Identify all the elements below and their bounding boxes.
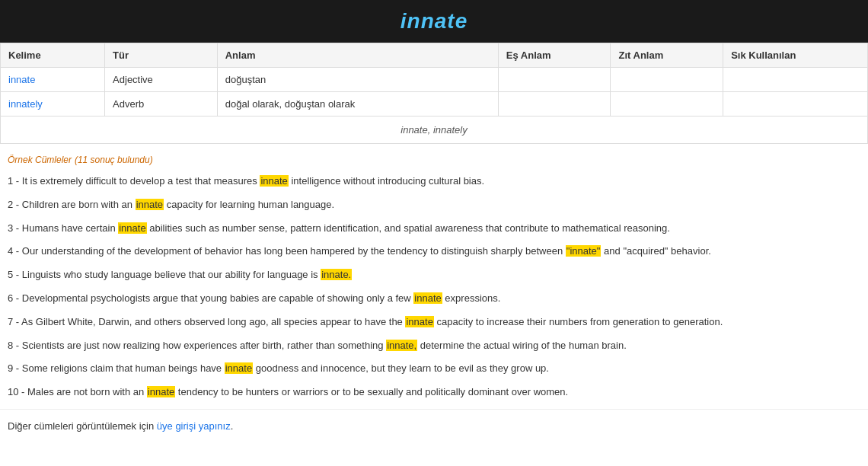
- highlighted-word: innate: [260, 175, 288, 187]
- cell-zit-anlam: [611, 92, 723, 116]
- cell-es-anlam: [498, 92, 611, 116]
- example-sentence: 1 - It is extremely difficult to develop…: [0, 170, 868, 193]
- highlighted-word: innate.: [321, 269, 352, 280]
- col-header-anlam: Anlam: [217, 43, 498, 68]
- highlighted-word: innate: [136, 199, 164, 210]
- example-count: (11 sonuç bulundu): [75, 155, 153, 165]
- page-header: innate: [0, 0, 868, 43]
- cell-anlam: doğuştan: [217, 68, 498, 92]
- highlighted-word: "innate": [566, 245, 602, 257]
- cell-kelime: innate: [1, 68, 105, 92]
- example-sentence: 2 - Children are born with an innate cap…: [0, 193, 868, 217]
- cell-anlam: doğal olarak, doğuştan olarak: [217, 92, 498, 116]
- cell-zit-anlam: [611, 68, 723, 92]
- highlighted-word: innate,: [386, 340, 417, 351]
- example-sentence: 5 - Linguists who study language believe…: [0, 263, 868, 287]
- example-sentences-header: Örnek Cümleler (11 sonuç bulundu): [0, 144, 868, 170]
- examples-container: 1 - It is extremely difficult to develop…: [0, 170, 868, 404]
- col-header-tur: Tür: [105, 43, 218, 68]
- login-link[interactable]: üye girişi yapınız: [157, 420, 231, 432]
- example-sentence: 7 - As Gilbert White, Darwin, and others…: [0, 311, 868, 334]
- cell-es-anlam: [498, 68, 611, 92]
- example-sentence: 10 - Males are not born with an innate t…: [0, 381, 868, 404]
- example-sentence: 4 - Our understanding of the development…: [0, 240, 868, 263]
- highlighted-word: innate: [118, 222, 146, 234]
- highlighted-word: innate: [413, 292, 442, 304]
- table-row: innatelyAdverbdoğal olarak, doğuştan ola…: [1, 92, 868, 116]
- highlighted-word: innate: [147, 386, 175, 397]
- col-header-zit-anlam: Zıt Anlam: [611, 43, 723, 68]
- example-sentence: 6 - Developmental psychologists argue th…: [0, 287, 868, 311]
- highlighted-word: innate: [405, 316, 433, 327]
- cell-tur: Adjective: [105, 68, 218, 92]
- example-sentence: 3 - Humans have certain innate abilities…: [0, 217, 868, 241]
- related-words: innate, innately: [0, 116, 868, 144]
- word-link[interactable]: innately: [8, 98, 43, 110]
- page-title: innate: [0, 9, 868, 34]
- word-table: Kelime Tür Anlam Eş Anlam Zıt Anlam Sık …: [0, 43, 868, 116]
- word-link[interactable]: innate: [8, 74, 35, 85]
- col-header-sik: Sık Kullanılan: [723, 43, 868, 68]
- table-row: innateAdjectivedoğuştan: [1, 68, 868, 92]
- cell-sik: [723, 68, 868, 92]
- cell-kelime: innately: [1, 92, 105, 116]
- col-header-es-anlam: Eş Anlam: [498, 43, 611, 68]
- footer-text-after: .: [231, 420, 234, 432]
- col-header-kelime: Kelime: [1, 43, 105, 68]
- highlighted-word: innate: [225, 362, 253, 374]
- footer-note: Diğer cümleleri görüntülemek için üye gi…: [0, 409, 868, 442]
- example-sentence: 9 - Some religions claim that human bein…: [0, 357, 868, 381]
- cell-tur: Adverb: [105, 92, 218, 116]
- footer-text-before: Diğer cümleleri görüntülemek için: [8, 420, 157, 432]
- example-sentence: 8 - Scientists are just now realizing ho…: [0, 334, 868, 358]
- cell-sik: [723, 92, 868, 116]
